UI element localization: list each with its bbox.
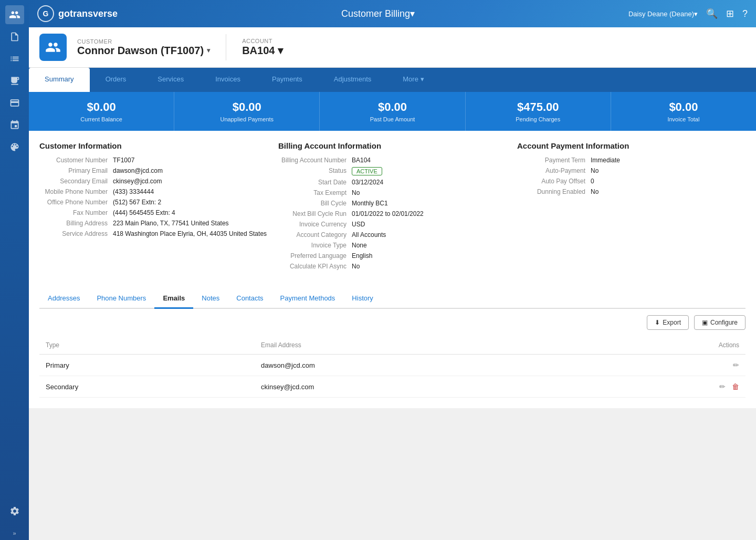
sub-tab-notes[interactable]: Notes	[193, 289, 228, 309]
edit-icon-primary[interactable]: ✏	[733, 361, 739, 369]
info-value-billing-address: 223 Main Plano, TX, 77541 United States	[113, 220, 229, 227]
info-label-calculate-kpi: Calculate KPI Async	[278, 263, 352, 270]
stat-pending-charges-label: Pending Charges	[476, 116, 600, 122]
sub-tab-payment-methods[interactable]: Payment Methods	[272, 289, 344, 309]
info-value-calculate-kpi: No	[352, 263, 360, 270]
sidebar: »	[0, 0, 29, 540]
info-value-ba-number: BA104	[352, 157, 371, 164]
customer-information-section: Customer Information Customer Number TF1…	[39, 141, 268, 273]
tab-invoices[interactable]: Invoices	[200, 68, 256, 92]
export-button[interactable]: ⬇ Export	[647, 315, 689, 330]
stat-unapplied-payments-value: $0.00	[185, 100, 309, 114]
info-value-mobile-phone: (433) 3334444	[113, 188, 154, 195]
tab-payments[interactable]: Payments	[256, 68, 318, 92]
col-header-actions: Actions	[572, 336, 746, 355]
info-value-start-date: 03/12/2024	[352, 179, 383, 186]
customer-label: CUSTOMER	[77, 38, 210, 45]
sub-tab-contacts[interactable]: Contacts	[228, 289, 271, 309]
info-row-primary-email: Primary Email dawson@jcd.com	[39, 167, 268, 174]
info-row-mobile-phone: Mobile Phone Number (433) 3334444	[39, 188, 268, 195]
info-row-ba-number: Billing Account Number BA104	[278, 157, 507, 164]
info-label-bill-cycle: Bill Cycle	[278, 200, 352, 207]
info-row-office-phone: Office Phone Number (512) 567 Extn: 2	[39, 199, 268, 206]
info-label-next-bill-cycle: Next Bill Cycle Run	[278, 210, 352, 217]
col-header-type: Type	[39, 336, 255, 355]
grid-icon[interactable]: ⊞	[726, 8, 734, 19]
payment-information-title: Account Payment Information	[517, 141, 746, 150]
sidebar-icon-palette[interactable]	[5, 138, 24, 157]
info-row-preferred-language: Preferred Language English	[278, 252, 507, 259]
info-row-dunning-enabled: Dunning Enabled No	[517, 188, 746, 195]
user-menu[interactable]: Daisy Deane (Deane)▾	[628, 10, 698, 18]
sub-tab-phone-numbers[interactable]: Phone Numbers	[88, 289, 154, 309]
tab-more[interactable]: More ▾	[387, 68, 439, 92]
stat-unapplied-payments: $0.00 Unapplied Payments	[174, 92, 320, 131]
info-value-tax-exempt: No	[352, 189, 360, 196]
info-label-auto-payment: Auto-Payment	[517, 167, 591, 174]
info-value-dunning-enabled: No	[591, 188, 598, 195]
info-label-account-category: Account Category	[278, 231, 352, 238]
info-row-next-bill-cycle: Next Bill Cycle Run 01/01/2022 to 02/01/…	[278, 210, 507, 217]
main-tabs: Summary Orders Services Invoices Payment…	[29, 68, 756, 92]
account-number-dropdown[interactable]: BA104 ▾	[242, 44, 283, 57]
info-value-office-phone: (512) 567 Extn: 2	[113, 199, 161, 206]
tab-summary[interactable]: Summary	[29, 68, 90, 92]
info-value-status: ACTIVE	[352, 167, 382, 175]
help-icon[interactable]: ?	[742, 8, 748, 19]
info-value-service-address: 418 Washington Place Elyria, OH, 44035 U…	[113, 230, 267, 237]
sidebar-expand-btn[interactable]: »	[5, 526, 24, 540]
info-label-status: Status	[278, 167, 352, 175]
customer-name-dropdown[interactable]: Connor Dawson (TF1007) ▾	[77, 45, 210, 57]
configure-button[interactable]: ▣ Configure	[694, 315, 746, 330]
customer-dropdown-arrow: ▾	[207, 47, 210, 54]
sidebar-icon-settings[interactable]	[5, 502, 24, 521]
search-icon[interactable]: 🔍	[706, 8, 718, 19]
info-value-secondary-email: ckinsey@jcd.com	[113, 178, 162, 185]
info-label-customer-number: Customer Number	[39, 157, 113, 164]
info-row-calculate-kpi: Calculate KPI Async No	[278, 263, 507, 270]
info-label-tax-exempt: Tax Exempt	[278, 189, 352, 196]
info-value-account-category: All Accounts	[352, 231, 386, 238]
customer-account-divider	[226, 34, 226, 60]
email-row-actions-primary: ✏	[572, 355, 746, 376]
delete-icon-secondary[interactable]: 🗑	[732, 382, 739, 391]
stat-pending-charges-value: $475.00	[476, 100, 600, 114]
app-header: G gotransverse Customer Billing▾ Daisy D…	[29, 0, 756, 27]
stat-invoice-total: $0.00 Invoice Total	[611, 92, 756, 131]
info-value-fax: (444) 5645455 Extn: 4	[113, 209, 175, 216]
info-row-auto-pay-offset: Auto Pay Offset 0	[517, 178, 746, 185]
edit-icon-secondary[interactable]: ✏	[719, 382, 726, 391]
page-title: Customer Billing▾	[341, 8, 415, 19]
sidebar-icon-documents[interactable]	[5, 27, 24, 46]
info-label-office-phone: Office Phone Number	[39, 199, 113, 206]
info-label-payment-term: Payment Term	[517, 157, 591, 164]
customer-info: CUSTOMER Connor Dawson (TF1007) ▾	[77, 38, 210, 57]
info-row-fax: Fax Number (444) 5645455 Extn: 4	[39, 209, 268, 216]
stat-pending-charges: $475.00 Pending Charges	[466, 92, 611, 131]
tab-orders[interactable]: Orders	[90, 68, 142, 92]
email-row-address-primary: dawson@jcd.com	[255, 355, 572, 376]
tab-adjustments[interactable]: Adjustments	[318, 68, 387, 92]
app-name: gotransverse	[58, 8, 118, 19]
account-info: ACCOUNT BA104 ▾	[242, 38, 283, 57]
tab-services[interactable]: Services	[142, 68, 200, 92]
sidebar-icon-card[interactable]	[5, 94, 24, 112]
sub-tab-history[interactable]: History	[343, 289, 381, 309]
page-content: Customer Information Customer Number TF1…	[29, 131, 756, 408]
info-label-start-date: Start Date	[278, 179, 352, 186]
table-actions: ⬇ Export ▣ Configure	[39, 309, 746, 336]
sidebar-icon-receipt[interactable]	[5, 71, 24, 90]
sidebar-icon-calendar[interactable]	[5, 116, 24, 134]
info-label-fax: Fax Number	[39, 209, 113, 216]
info-value-primary-email: dawson@jcd.com	[113, 167, 163, 174]
sidebar-icon-list[interactable]	[5, 49, 24, 68]
stat-current-balance-label: Current Balance	[39, 116, 163, 122]
sub-tab-addresses[interactable]: Addresses	[39, 289, 88, 309]
info-label-dunning-enabled: Dunning Enabled	[517, 188, 591, 195]
sub-tabs: Addresses Phone Numbers Emails Notes Con…	[39, 289, 746, 309]
sidebar-icon-users[interactable]	[5, 5, 24, 24]
sub-tab-emails[interactable]: Emails	[154, 289, 193, 309]
info-label-preferred-language: Preferred Language	[278, 252, 352, 259]
table-row: Secondary ckinsey@jcd.com ✏ 🗑	[39, 376, 746, 398]
info-row-invoice-currency: Invoice Currency USD	[278, 221, 507, 228]
